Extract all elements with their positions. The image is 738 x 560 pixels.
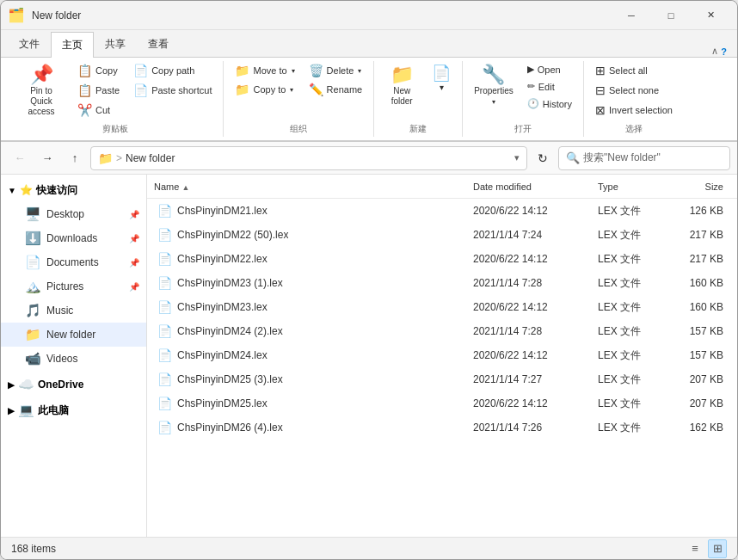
file-date: 2020/6/22 14:12 bbox=[466, 205, 591, 217]
file-size: 207 KB bbox=[668, 397, 737, 409]
table-row[interactable]: 📄 ChsPinyinDM24 (2).lex 2021/1/14 7:28 L… bbox=[147, 319, 737, 343]
table-row[interactable]: 📄 ChsPinyinDM25 (3).lex 2021/1/14 7:27 L… bbox=[147, 367, 737, 391]
statusbar: 168 items ≡ ⊞ bbox=[1, 537, 737, 559]
downloads-icon: ⬇️ bbox=[25, 231, 41, 246]
ribbon-tab-bar: 文件 主页 共享 查看 ∧ ? bbox=[1, 30, 737, 58]
titlebar-controls: ─ □ ✕ bbox=[612, 1, 730, 30]
copy-to-dropdown-icon: ▾ bbox=[290, 86, 293, 94]
table-row[interactable]: 📄 ChsPinyinDM22.lex 2020/6/22 14:12 LEX … bbox=[147, 247, 737, 271]
table-row[interactable]: 📄 ChsPinyinDM21.lex 2020/6/22 14:12 LEX … bbox=[147, 199, 737, 223]
file-list: Name ▲ Date modified Type Size 📄 ChsPiny… bbox=[147, 175, 737, 537]
newfolder-label: New folder bbox=[46, 329, 139, 341]
window-icon: 🗂️ bbox=[8, 7, 25, 23]
file-type: LEX 文件 bbox=[591, 421, 668, 435]
sidebar-item-downloads[interactable]: ⬇️ Downloads 📌 bbox=[1, 226, 146, 250]
filelist-header: Name ▲ Date modified Type Size bbox=[147, 175, 737, 199]
tab-view[interactable]: 查看 bbox=[137, 31, 180, 57]
select-none-icon: ⊟ bbox=[595, 83, 606, 97]
sidebar: ▼ ⭐ 快速访问 🖥️ Desktop 📌 ⬇️ Downloads 📌 bbox=[1, 175, 147, 537]
addressbar: ← → ↑ 📁 > New folder ▾ ↻ 🔍 搜索"New folder… bbox=[1, 142, 737, 175]
tab-home[interactable]: 主页 bbox=[51, 32, 94, 58]
back-button[interactable]: ← bbox=[8, 146, 32, 170]
quick-access-header[interactable]: ▼ ⭐ 快速访问 bbox=[1, 178, 146, 202]
table-row[interactable]: 📄 ChsPinyinDM23.lex 2020/6/22 14:12 LEX … bbox=[147, 295, 737, 319]
sidebar-item-newfolder[interactable]: 📁 New folder bbox=[1, 323, 146, 347]
cut-button[interactable]: ✂️ Cut bbox=[71, 101, 126, 120]
sidebar-item-videos[interactable]: 📹 Videos bbox=[1, 347, 146, 371]
forward-button[interactable]: → bbox=[35, 146, 59, 170]
edit-button[interactable]: ✏ Edit bbox=[521, 78, 578, 95]
minimize-button[interactable]: ─ bbox=[612, 1, 651, 30]
properties-button[interactable]: 🔧 Properties ▾ bbox=[468, 61, 520, 110]
new-item-button[interactable]: 📄 ▾ bbox=[426, 61, 457, 97]
onedrive-header[interactable]: ▶ ☁️ OneDrive bbox=[1, 372, 146, 397]
open-button[interactable]: ▶ Open bbox=[521, 61, 578, 77]
star-icon: ⭐ bbox=[20, 184, 33, 196]
file-date: 2020/6/22 14:12 bbox=[466, 253, 591, 265]
paste-shortcut-button[interactable]: 📄 Paste shortcut bbox=[127, 81, 218, 100]
tab-share[interactable]: 共享 bbox=[94, 31, 137, 57]
copy-path-button[interactable]: 📄 Copy path bbox=[127, 61, 218, 80]
invert-selection-button[interactable]: ⊠ Invert selection bbox=[589, 101, 679, 120]
table-row[interactable]: 📄 ChsPinyinDM24.lex 2020/6/22 14:12 LEX … bbox=[147, 343, 737, 367]
select-all-icon: ⊞ bbox=[595, 64, 606, 77]
table-row[interactable]: 📄 ChsPinyinDM25.lex 2020/6/22 14:12 LEX … bbox=[147, 391, 737, 415]
col-type-label: Type bbox=[598, 182, 618, 192]
address-box[interactable]: 📁 > New folder ▾ bbox=[90, 146, 527, 170]
table-row[interactable]: 📄 ChsPinyinDM23 (1).lex 2021/1/14 7:28 L… bbox=[147, 271, 737, 295]
paste-button[interactable]: 📋 Paste bbox=[71, 81, 126, 100]
copy-button[interactable]: 📋 Copy bbox=[71, 61, 126, 80]
file-name: ChsPinyinDM23 (1).lex bbox=[177, 277, 283, 289]
expand-icon: ▶ bbox=[8, 380, 15, 390]
delete-icon: 🗑️ bbox=[309, 64, 323, 77]
search-box[interactable]: 🔍 搜索"New folder" bbox=[558, 146, 730, 170]
rename-button[interactable]: ✏️ Rename bbox=[303, 80, 369, 99]
col-header-size[interactable]: Size bbox=[668, 178, 737, 195]
up-button[interactable]: ↑ bbox=[63, 146, 87, 170]
col-header-date[interactable]: Date modified bbox=[466, 178, 591, 195]
pictures-pin-icon: 📌 bbox=[129, 282, 139, 292]
select-group: ⊞ Select all ⊟ Select none ⊠ Invert sele… bbox=[584, 61, 684, 137]
new-group: 📁 Newfolder 📄 ▾ 新建 bbox=[374, 61, 463, 137]
sidebar-item-music[interactable]: 🎵 Music bbox=[1, 298, 146, 323]
col-header-type[interactable]: Type bbox=[591, 178, 668, 195]
tab-file[interactable]: 文件 bbox=[8, 31, 51, 57]
delete-button[interactable]: 🗑️ Delete ▾ bbox=[303, 61, 369, 80]
col-header-name[interactable]: Name ▲ bbox=[147, 178, 466, 195]
copy-to-button[interactable]: 📁 Copy to ▾ bbox=[229, 80, 300, 99]
file-type: LEX 文件 bbox=[591, 228, 668, 243]
move-to-button[interactable]: 📁 Move to ▾ bbox=[229, 61, 300, 80]
close-button[interactable]: ✕ bbox=[691, 1, 730, 30]
properties-icon: 🔧 bbox=[482, 65, 505, 84]
select-none-button[interactable]: ⊟ Select none bbox=[589, 81, 679, 100]
refresh-button[interactable]: ↻ bbox=[531, 146, 555, 170]
help-icon[interactable]: ? bbox=[721, 46, 727, 57]
table-row[interactable]: 📄 ChsPinyinDM22 (50).lex 2021/1/14 7:24 … bbox=[147, 223, 737, 247]
history-button[interactable]: 🕐 History bbox=[521, 95, 578, 112]
newfolder-icon: 📁 bbox=[25, 327, 41, 342]
clipboard-extra-buttons: 📄 Copy path 📄 Paste shortcut bbox=[127, 61, 218, 100]
grid-view-button[interactable]: ⊞ bbox=[708, 539, 727, 558]
pin-to-quick-access-button[interactable]: 📌 Pin to Quick access bbox=[13, 61, 70, 121]
file-type: LEX 文件 bbox=[591, 324, 668, 339]
ribbon-collapse-button[interactable]: ∧ ? bbox=[711, 46, 727, 57]
maximize-button[interactable]: □ bbox=[651, 1, 691, 30]
file-date: 2021/1/14 7:27 bbox=[466, 373, 591, 385]
file-size: 157 KB bbox=[668, 325, 737, 337]
address-dropdown-icon[interactable]: ▾ bbox=[514, 152, 520, 163]
file-size: 162 KB bbox=[668, 422, 737, 434]
sidebar-item-documents[interactable]: 📄 Documents 📌 bbox=[1, 250, 146, 274]
sidebar-item-desktop[interactable]: 🖥️ Desktop 📌 bbox=[1, 202, 146, 226]
thispc-header[interactable]: ▶ 💻 此电脑 bbox=[1, 398, 146, 422]
sidebar-item-pictures[interactable]: 🏔️ Pictures 📌 bbox=[1, 274, 146, 298]
file-type: LEX 文件 bbox=[591, 276, 668, 291]
file-type: LEX 文件 bbox=[591, 397, 668, 411]
list-view-button[interactable]: ≡ bbox=[686, 539, 704, 558]
table-row[interactable]: 📄 ChsPinyinDM26 (4).lex 2021/1/14 7:26 L… bbox=[147, 415, 737, 440]
new-folder-button[interactable]: 📁 Newfolder bbox=[379, 61, 424, 111]
select-all-button[interactable]: ⊞ Select all bbox=[589, 61, 679, 80]
ribbon-content: 📌 Pin to Quick access 📋 Copy 📋 Paste ✂️ bbox=[1, 58, 737, 142]
cut-icon: ✂️ bbox=[77, 103, 92, 117]
paste-shortcut-label: Paste shortcut bbox=[151, 85, 212, 95]
desktop-pin-icon: 📌 bbox=[129, 210, 139, 219]
